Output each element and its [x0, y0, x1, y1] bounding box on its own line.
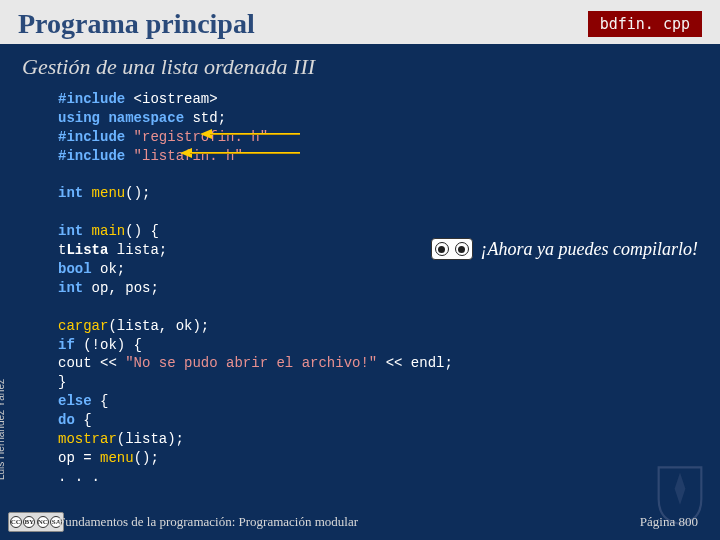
page-title: Programa principal: [18, 8, 255, 40]
title-bar: Programa principal bdfin. cpp: [0, 0, 720, 44]
callout: ¡Ahora ya puedes compilarlo!: [431, 238, 698, 260]
cc-license-icon: CC BY NC SA: [8, 512, 64, 532]
filename-badge: bdfin. cpp: [588, 11, 702, 37]
callout-text: ¡Ahora ya puedes compilarlo!: [481, 239, 698, 260]
kw-include3: #include: [58, 148, 125, 164]
kw-using: using: [58, 110, 100, 126]
kw-int1: int: [58, 185, 83, 201]
kw-include: #include: [58, 91, 125, 107]
footer-page: Página 800: [640, 514, 698, 530]
code-block: #include <iostream> using namespace std;…: [0, 86, 720, 487]
eyes-icon: [431, 238, 473, 260]
footer-left: Fundamentos de la programación: Programa…: [58, 514, 358, 530]
footer: Fundamentos de la programación: Programa…: [58, 514, 698, 530]
subtitle: Gestión de una lista ordenada III: [0, 44, 720, 86]
arrow-icon: [180, 150, 300, 156]
kw-int2: int: [58, 223, 83, 239]
kw-include2: #include: [58, 129, 125, 145]
author-label: Luis Hernández Yáñez: [0, 379, 6, 480]
arrow-icon: [200, 131, 300, 137]
